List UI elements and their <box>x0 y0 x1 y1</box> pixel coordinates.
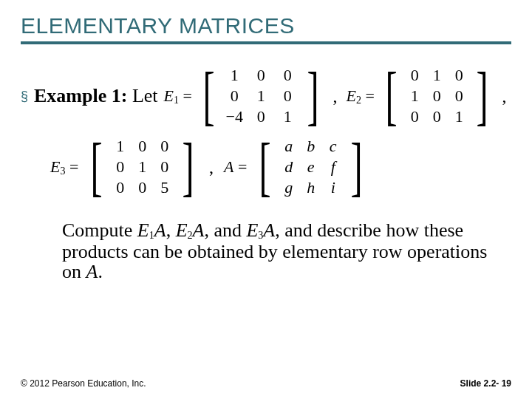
separator: , <box>499 86 510 106</box>
e1-matrix: [ 100 010 −401 ] <box>198 65 324 127</box>
page-title: ELEMENTARY MATRICES <box>21 13 511 38</box>
bullet-icon: § <box>21 89 28 103</box>
copyright-text: © 2012 Pearson Education, Inc. <box>21 378 146 389</box>
a-symbol: A = <box>224 157 247 177</box>
separator: , <box>330 86 341 106</box>
example-label: Example 1: Let <box>34 85 158 107</box>
separator: , <box>206 157 216 177</box>
example-line-1: § Example 1: Let E1 = [ 100 010 −401 ] ,… <box>21 65 511 127</box>
title-underline <box>21 41 511 44</box>
example-line-2: E3 = [ 100 010 005 ] , A = [ abc def ghi… <box>50 136 511 198</box>
e2-symbol: E2 = <box>347 86 375 106</box>
footer: © 2012 Pearson Education, Inc. Slide 2.2… <box>21 378 511 389</box>
e3-symbol: E3 = <box>50 157 78 177</box>
slide-number: Slide 2.2- 19 <box>460 378 511 389</box>
slide: ELEMENTARY MATRICES § Example 1: Let E1 … <box>0 0 532 399</box>
e3-matrix: [ 100 010 005 ] <box>86 136 199 198</box>
e2-matrix: [ 010 100 001 ] <box>381 65 494 127</box>
a-matrix: [ abc def ghi ] <box>254 136 367 198</box>
e1-symbol: E1 = <box>164 86 192 106</box>
task-text: Compute E1A, E2A, and E3A, and describe … <box>21 220 511 282</box>
